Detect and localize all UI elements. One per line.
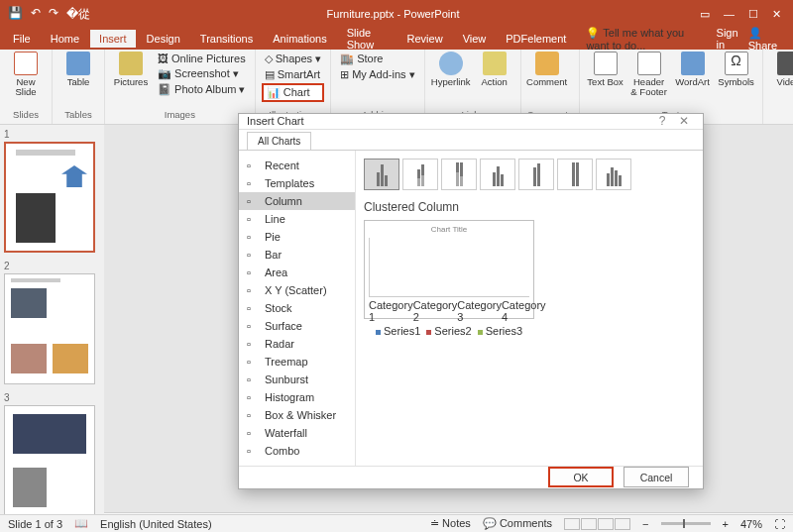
- type-waterfall[interactable]: ▫Waterfall: [239, 424, 355, 442]
- table-button[interactable]: Table: [58, 52, 98, 87]
- ribbon-options-icon[interactable]: ▭: [700, 8, 710, 21]
- cancel-button[interactable]: Cancel: [623, 467, 689, 487]
- dialog-help-icon[interactable]: ?: [651, 114, 673, 128]
- undo-icon[interactable]: ↶: [31, 6, 41, 23]
- tab-file[interactable]: File: [4, 30, 40, 48]
- zoom-level[interactable]: 47%: [740, 518, 762, 530]
- slide-indicator: Slide 1 of 3: [8, 518, 62, 530]
- chart-preview-title: Chart Title: [369, 225, 529, 234]
- tab-animations[interactable]: Animations: [264, 30, 335, 48]
- type-area[interactable]: ▫Area: [239, 264, 355, 281]
- shapes-button[interactable]: ◇ Shapes ▾: [262, 52, 324, 66]
- reading-view-icon[interactable]: [598, 518, 614, 530]
- type-combo[interactable]: ▫Combo: [239, 442, 355, 460]
- tab-pdfelement[interactable]: PDFelement: [497, 30, 575, 48]
- type-pie[interactable]: ▫Pie: [239, 228, 355, 246]
- type-histogram[interactable]: ▫Histogram: [239, 388, 355, 406]
- chart-type-list: ▫Recent▫Templates▫Column▫Line▫Pie▫Bar▫Ar…: [239, 151, 356, 466]
- comment-button[interactable]: Comment: [527, 52, 567, 87]
- hyperlink-button[interactable]: Hyperlink: [431, 52, 471, 87]
- menu-bar: File Home Insert Design Transitions Anim…: [0, 28, 793, 50]
- slideshow-view-icon[interactable]: [615, 518, 630, 530]
- thumbnail-3[interactable]: 3: [4, 392, 100, 514]
- fit-window-icon[interactable]: ⛶: [774, 518, 785, 530]
- thumbnail-2[interactable]: 2: [4, 261, 100, 384]
- slide-thumbnails: 1 2 3: [0, 125, 104, 514]
- new-slide-button[interactable]: New Slide: [6, 52, 46, 98]
- screenshot-button[interactable]: 📷 Screenshot ▾: [155, 66, 249, 81]
- photo-album-button[interactable]: 📓 Photo Album ▾: [155, 82, 249, 97]
- type-stock[interactable]: ▫Stock: [239, 299, 355, 317]
- thumbnail-1[interactable]: 1: [4, 129, 100, 253]
- subtype-3d-stacked[interactable]: [518, 159, 554, 190]
- type-column[interactable]: ▫Column: [239, 192, 355, 210]
- redo-icon[interactable]: ↷: [49, 6, 58, 23]
- type-templates[interactable]: ▫Templates: [239, 174, 355, 192]
- type-x-y-scatter-[interactable]: ▫X Y (Scatter): [239, 281, 355, 299]
- close-icon[interactable]: ✕: [772, 8, 781, 21]
- subtype-3d-column[interactable]: [596, 159, 631, 190]
- tab-design[interactable]: Design: [138, 30, 189, 48]
- type-recent[interactable]: ▫Recent: [239, 157, 355, 174]
- spellcheck-icon[interactable]: 📖: [74, 517, 88, 530]
- type-box-whisker[interactable]: ▫Box & Whisker: [239, 406, 355, 424]
- type-treemap[interactable]: ▫Treemap: [239, 353, 355, 371]
- subtype-3d-clustered[interactable]: [480, 159, 515, 190]
- ok-button[interactable]: OK: [548, 467, 614, 487]
- subtype-clustered[interactable]: [364, 159, 399, 190]
- dialog-title: Insert Chart: [247, 115, 303, 127]
- pictures-button[interactable]: Pictures: [111, 52, 151, 87]
- maximize-icon[interactable]: ☐: [748, 8, 758, 21]
- notes-toggle[interactable]: ≐ Notes: [430, 517, 471, 530]
- subtype-stacked[interactable]: [402, 159, 438, 190]
- zoom-out-icon[interactable]: −: [642, 518, 648, 530]
- my-addins-button[interactable]: ⊞ My Add-ins ▾: [337, 67, 418, 82]
- zoom-slider[interactable]: [661, 522, 711, 525]
- save-icon[interactable]: 💾: [8, 6, 23, 23]
- online-pictures-button[interactable]: 🖼 Online Pictures: [155, 52, 249, 65]
- wordart-button[interactable]: WordArt: [673, 52, 713, 87]
- smartart-button[interactable]: ▤ SmartArt: [262, 67, 324, 82]
- chart-preview[interactable]: Chart Title Category 1Category 2Category…: [364, 220, 534, 319]
- sorter-view-icon[interactable]: [581, 518, 597, 530]
- header-footer-button[interactable]: Header & Footer: [629, 52, 669, 98]
- language-indicator[interactable]: English (United States): [100, 518, 212, 530]
- window-title: Furniture.pptx - PowerPoint: [98, 8, 688, 20]
- action-button[interactable]: Action: [475, 52, 514, 87]
- textbox-button[interactable]: Text Box: [586, 52, 625, 87]
- type-bar[interactable]: ▫Bar: [239, 246, 355, 264]
- symbols-button[interactable]: ΩSymbols: [717, 52, 756, 87]
- type-line[interactable]: ▫Line: [239, 210, 355, 228]
- subtype-100stacked[interactable]: [441, 159, 477, 190]
- tab-view[interactable]: View: [454, 30, 496, 48]
- subtype-3d-100[interactable]: [557, 159, 593, 190]
- video-button[interactable]: Video: [769, 52, 793, 87]
- minimize-icon[interactable]: —: [724, 8, 735, 21]
- normal-view-icon[interactable]: [564, 518, 580, 530]
- insert-chart-dialog: Insert Chart ? ✕ All Charts ▫Recent▫Temp…: [238, 113, 704, 489]
- zoom-in-icon[interactable]: +: [723, 518, 729, 530]
- type-radar[interactable]: ▫Radar: [239, 335, 355, 353]
- dialog-close-icon[interactable]: ✕: [673, 114, 695, 128]
- status-bar: Slide 1 of 3 📖 English (United States) ≐…: [0, 514, 793, 532]
- start-slideshow-icon[interactable]: �從: [66, 6, 90, 23]
- tab-home[interactable]: Home: [42, 30, 88, 48]
- tab-review[interactable]: Review: [398, 30, 452, 48]
- tab-transitions[interactable]: Transitions: [191, 30, 262, 48]
- chart-subtype-name: Clustered Column: [364, 200, 695, 214]
- comments-toggle[interactable]: 💬 Comments: [483, 517, 552, 530]
- tab-insert[interactable]: Insert: [90, 30, 136, 48]
- store-button[interactable]: 🏬 Store: [337, 52, 418, 66]
- signin-link[interactable]: Sign in: [717, 27, 740, 52]
- type-sunburst[interactable]: ▫Sunburst: [239, 371, 355, 388]
- chart-subtypes: [364, 159, 695, 190]
- share-button[interactable]: 👤 Share: [748, 27, 781, 52]
- tab-all-charts[interactable]: All Charts: [247, 132, 311, 150]
- type-surface[interactable]: ▫Surface: [239, 317, 355, 335]
- chart-button[interactable]: 📊 Chart: [262, 83, 324, 102]
